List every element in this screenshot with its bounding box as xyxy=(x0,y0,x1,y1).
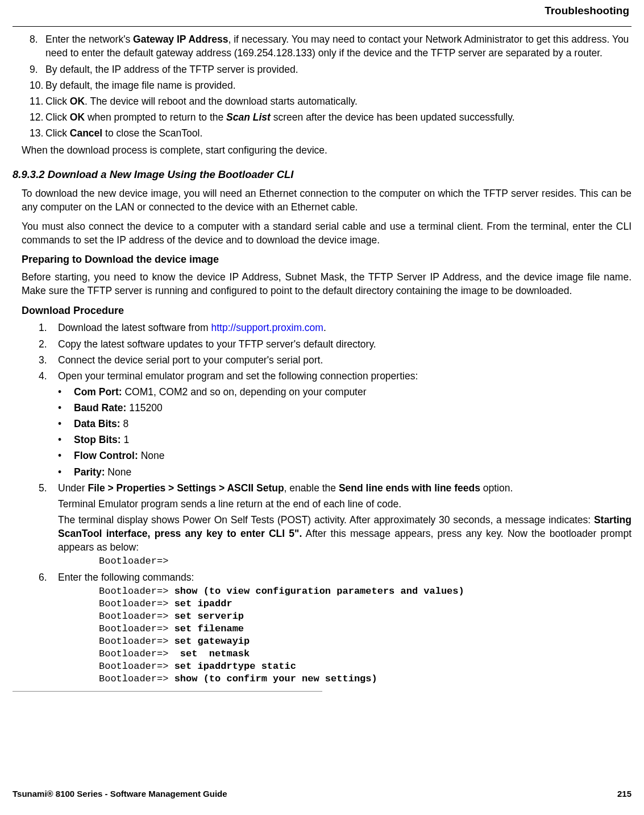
text: Click xyxy=(45,127,70,139)
page-header: Troubleshooting xyxy=(13,0,631,26)
bullet-text: Baud Rate: 115200 xyxy=(74,401,163,415)
step-text: Copy the latest software updates to your… xyxy=(58,337,631,351)
command: set ipaddr xyxy=(174,598,238,609)
dl-step-1: 1. Download the latest software from htt… xyxy=(39,321,631,334)
label: Baud Rate: xyxy=(74,402,126,413)
value: 1 xyxy=(121,434,130,445)
prompt: Bootloader=> xyxy=(99,611,174,622)
connection-properties: •Com Port: COM1, COM2 and so on, dependi… xyxy=(58,385,631,479)
step-text: Download the latest software from http:/… xyxy=(58,321,631,334)
bullet-baud: •Baud Rate: 115200 xyxy=(58,401,631,415)
prompt: Bootloader=> xyxy=(99,648,180,659)
label: Parity: xyxy=(74,466,105,478)
step-text: Open your terminal emulator program and … xyxy=(58,369,631,383)
text: Enter the network's xyxy=(45,34,133,45)
label: Stop Bits: xyxy=(74,434,121,445)
dl-step-2: 2. Copy the latest software updates to y… xyxy=(39,337,631,351)
value: 115200 xyxy=(126,402,162,413)
text: , enable the xyxy=(284,482,339,494)
text: when prompted to return to the xyxy=(85,111,226,123)
command: show (to view configuration parameters a… xyxy=(174,586,464,597)
download-heading: Download Procedure xyxy=(22,304,631,318)
value: COM1, COM2 and so on, depending on your … xyxy=(122,386,367,398)
menu-path-bold: File > Properties > Settings > ASCII Set… xyxy=(88,482,284,494)
step-10: 10. By default, the image file name is p… xyxy=(30,78,631,92)
step-5-cont-1: Terminal Emulator program sends a line r… xyxy=(58,497,631,511)
text: Under xyxy=(58,482,88,494)
text: Click xyxy=(45,111,70,123)
command: set gatewayip xyxy=(174,636,256,647)
prompt: Bootloader=> xyxy=(99,623,174,634)
step-number: 8. xyxy=(30,32,45,60)
bullet-text: Flow Control: None xyxy=(74,449,164,462)
bullet-text: Com Port: COM1, COM2 and so on, dependin… xyxy=(74,385,367,399)
after-steps-para: When the download process is complete, s… xyxy=(22,143,631,157)
bullet-icon: • xyxy=(58,433,74,446)
dl-step-4: 4. Open your terminal emulator program a… xyxy=(39,369,631,479)
page-footer: Tsunami® 8100 Series - Software Manageme… xyxy=(13,788,631,800)
option-bold: Send line ends with line feeds xyxy=(339,482,480,494)
command: set filename xyxy=(174,623,250,634)
paragraph-2: You must also connect the device to a co… xyxy=(22,220,631,247)
label: Com Port: xyxy=(74,386,122,398)
bullet-data-bits: •Data Bits: 8 xyxy=(58,417,631,431)
step-text: Enter the following commands: xyxy=(58,570,631,584)
dl-step-5: 5. Under File > Properties > Settings > … xyxy=(39,481,631,568)
command-block: Bootloader=> show (to view configuration… xyxy=(99,585,631,686)
step-text: Connect the device serial port to your c… xyxy=(58,353,631,367)
bullet-icon: • xyxy=(58,465,74,479)
step-number: 10. xyxy=(30,78,45,92)
step-number: 4. xyxy=(39,369,58,383)
value: None xyxy=(138,450,165,461)
bullet-icon: • xyxy=(58,401,74,415)
step-number: 12. xyxy=(30,110,45,124)
download-list: 1. Download the latest software from htt… xyxy=(39,321,631,685)
step-number: 13. xyxy=(30,126,45,140)
bullet-text: Stop Bits: 1 xyxy=(74,433,129,446)
step-number: 3. xyxy=(39,353,58,367)
text: option. xyxy=(480,482,513,494)
cancel-bold: Cancel xyxy=(70,127,102,139)
command: set serverip xyxy=(174,611,250,622)
footer-right: 215 xyxy=(617,788,631,800)
footer-rule xyxy=(13,691,322,692)
bullet-text: Parity: None xyxy=(74,465,131,479)
step-text: Click OK. The device will reboot and the… xyxy=(45,94,631,108)
ok-bold: OK xyxy=(70,111,85,123)
prompt: Bootloader=> xyxy=(99,661,174,672)
gateway-ip-bold: Gateway IP Address xyxy=(133,34,228,45)
bullet-icon: • xyxy=(58,385,74,399)
label: Data Bits: xyxy=(74,418,121,429)
step-8: 8. Enter the network's Gateway IP Addres… xyxy=(30,32,631,60)
step-number: 6. xyxy=(39,570,58,584)
prompt: Bootloader=> xyxy=(99,598,174,609)
support-link[interactable]: http://support.proxim.com xyxy=(211,322,323,333)
step-number: 9. xyxy=(30,63,45,76)
step-12: 12. Click OK when prompted to return to … xyxy=(30,110,631,124)
step-text: Enter the network's Gateway IP Address, … xyxy=(45,32,631,60)
bullet-parity: •Parity: None xyxy=(58,465,631,479)
value: 8 xyxy=(121,418,129,429)
prompt: Bootloader=> xyxy=(99,673,174,684)
bullet-flow: •Flow Control: None xyxy=(58,449,631,462)
command: show (to confirm your new settings) xyxy=(174,673,377,684)
bullet-icon: • xyxy=(58,417,74,431)
text: Click xyxy=(45,96,70,107)
prep-heading: Preparing to Download the device image xyxy=(22,253,631,267)
dl-step-6: 6. Enter the following commands: Bootloa… xyxy=(39,570,631,686)
step-number: 2. xyxy=(39,337,58,351)
step-text: Click Cancel to close the ScanTool. xyxy=(45,126,631,140)
step-9: 9. By default, the IP address of the TFT… xyxy=(30,63,631,76)
bootloader-prompt: Bootloader=> xyxy=(99,555,631,568)
label: Flow Control: xyxy=(74,450,138,461)
bullet-com-port: •Com Port: COM1, COM2 and so on, dependi… xyxy=(58,385,631,399)
steps-list: 8. Enter the network's Gateway IP Addres… xyxy=(30,32,631,140)
text: to close the ScanTool. xyxy=(102,127,202,139)
step-number: 1. xyxy=(39,321,58,334)
step-5-cont-2: The terminal display shows Power On Self… xyxy=(58,513,631,554)
bullet-stop-bits: •Stop Bits: 1 xyxy=(58,433,631,446)
command: set netmask xyxy=(180,648,261,659)
step-13: 13. Click Cancel to close the ScanTool. xyxy=(30,126,631,140)
text: Download the latest software from xyxy=(58,322,211,333)
dl-step-3: 3. Connect the device serial port to you… xyxy=(39,353,631,367)
